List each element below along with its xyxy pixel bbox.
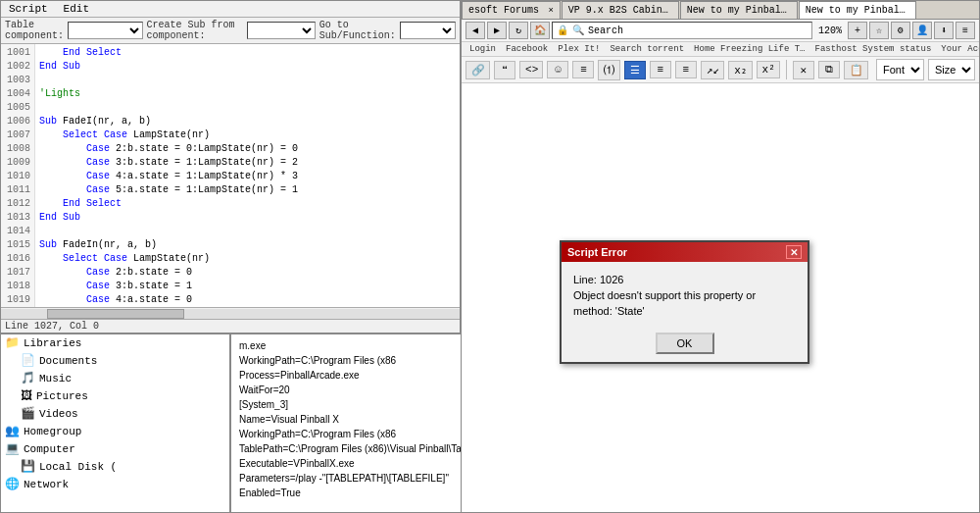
table-label: Table component:	[5, 20, 64, 41]
rte-quote-btn[interactable]: ❝	[494, 61, 515, 79]
code-line-1001: End Select	[39, 46, 456, 60]
reload-button[interactable]: ↻	[509, 22, 528, 39]
menu-button[interactable]: ≡	[956, 22, 975, 39]
rte-link-btn[interactable]: 🔗	[466, 61, 490, 79]
bookmark-item[interactable]: Login	[466, 43, 500, 55]
download-button[interactable]: ⬇	[934, 22, 954, 39]
browser-nav: ◀ ▶ ↻ 🏠 🔒 🔍 Search 120% + ☆ ⚙ 👤 ⬇ ≡	[462, 20, 979, 42]
tree-icon: 📁	[5, 335, 20, 351]
rte-paste-btn[interactable]: 📋	[844, 61, 868, 79]
tree-item[interactable]: 🌐Network	[1, 476, 229, 493]
code-line-1013: End Sub	[39, 211, 456, 225]
bookmark-item[interactable]: Search torrent	[606, 43, 688, 55]
code-line-1008: Case 2:b.state = 0:LampState(nr) = 0	[39, 142, 456, 156]
rte-emoji-btn[interactable]: ☺	[547, 61, 568, 78]
rte-subscript-btn[interactable]: x₂	[728, 61, 752, 79]
size-select[interactable]: Size	[928, 59, 975, 80]
browser-tab[interactable]: esoft Forums ×	[462, 1, 561, 19]
zoom-in-button[interactable]: +	[848, 22, 867, 39]
rte-align-right-btn[interactable]: ≡	[675, 61, 697, 78]
code-line-1012: End Select	[39, 197, 456, 211]
code-line-1019: Case 4:a.state = 0	[39, 293, 456, 307]
code-line-1017: Case 2:b.state = 0	[39, 266, 456, 280]
tree-icon: 💾	[21, 459, 35, 475]
tree-icon: 💻	[5, 441, 20, 457]
tree-icon: 👥	[5, 424, 20, 439]
tree-label: Libraries	[24, 335, 81, 351]
tree-item[interactable]: 📄Documents	[1, 352, 229, 370]
dialog-close-button[interactable]: ✕	[786, 245, 802, 259]
tree-label: Videos	[39, 406, 78, 422]
script-error-dialog: Script Error ✕ Line: 1026 Object doesn't…	[560, 240, 809, 364]
rte-list-ordered-btn[interactable]: ⑴	[598, 60, 619, 80]
bookmark-button[interactable]: ⚙	[891, 22, 910, 39]
bookmark-item[interactable]: Your Account In…	[937, 43, 979, 55]
rte-superscript-btn[interactable]: x²	[757, 61, 780, 78]
rte-align-center-btn[interactable]: ≡	[650, 61, 671, 78]
font-select[interactable]: Font	[876, 59, 924, 80]
tree-label: Local Disk (	[39, 459, 117, 475]
rte-align-left-btn[interactable]: ☰	[624, 61, 646, 79]
tree-label: Music	[39, 371, 72, 386]
back-button[interactable]: ◀	[466, 22, 485, 39]
user-button[interactable]: 👤	[912, 22, 932, 39]
browser-tabs: esoft Forums ×VP 9.x B2S Cabinet Tables …	[462, 1, 979, 20]
tree-item[interactable]: 🎵Music	[1, 370, 229, 387]
code-line-1011: Case 5:a.state = 1:LampState(nr) = 1	[39, 183, 456, 197]
code-line-1016: Select Case LampState(nr)	[39, 252, 456, 266]
tree-label: Homegroup	[24, 424, 81, 439]
dialog-error-text: Object doesn't support this property or …	[573, 287, 796, 319]
tab-close-button[interactable]: ×	[543, 6, 554, 16]
forward-button[interactable]: ▶	[487, 22, 507, 39]
tree-label: Network	[24, 477, 69, 492]
table-component-select[interactable]	[68, 22, 142, 39]
scrollbar-horizontal[interactable]	[1, 307, 460, 319]
editor-toolbar: Table component: Create Sub from compone…	[1, 18, 460, 44]
dialog-ok-button[interactable]: OK	[656, 333, 714, 354]
rte-remove-btn[interactable]: ✕	[793, 61, 814, 79]
tree-item[interactable]: 💾Local Disk (	[1, 458, 229, 476]
bookmark-item[interactable]: Facebook	[502, 43, 552, 55]
tree-item[interactable]: 💻Computer	[1, 440, 229, 458]
code-lines[interactable]: End SelectEnd Sub'LightsSub FadeI(nr, a,…	[35, 44, 460, 307]
rte-toolbar: 🔗 ❝ <> ☺ ≡ ⑴ ☰ ≡ ≡ ↗↙ x₂ x² ✕ ⧉ 📋 Font S…	[462, 57, 979, 83]
scrollbar-track[interactable]	[1, 309, 460, 319]
bookmark-item[interactable]: Fasthost System status	[811, 43, 936, 55]
file-tree: 📁Libraries📄Documents🎵Music🖼Pictures🎬Vide…	[0, 333, 230, 513]
create-sub-select[interactable]	[247, 22, 316, 39]
code-editor: Script Edit Table component: Create Sub …	[0, 0, 461, 333]
home-button[interactable]: 🏠	[530, 22, 550, 39]
bookmark-item[interactable]: Plex It!	[554, 43, 604, 55]
tree-label: Computer	[24, 441, 75, 457]
bookmark-item[interactable]: Home Freezing Life T…	[690, 43, 808, 55]
code-line-1004: 'Lights	[39, 87, 456, 101]
tree-label: Documents	[39, 353, 97, 369]
browser-tab[interactable]: New to my Pinball Cab -… ×	[799, 1, 916, 19]
tree-icon: 📄	[21, 353, 35, 369]
code-line-1015: Sub FadeIn(nr, a, b)	[39, 238, 456, 252]
code-line-1003	[39, 74, 456, 87]
browser-tab[interactable]: VP 9.x B2S Cabinet Tables (… ×	[562, 1, 679, 19]
tree-item[interactable]: 🎬Videos	[1, 405, 229, 423]
tree-item[interactable]: 👥Homegroup	[1, 423, 229, 440]
rte-list-unordered-btn[interactable]: ≡	[572, 61, 594, 78]
rte-separator-1	[786, 60, 787, 79]
tree-item[interactable]: 📁Libraries	[1, 334, 229, 352]
browser-panel: esoft Forums ×VP 9.x B2S Cabinet Tables …	[461, 0, 980, 513]
menu-edit[interactable]: Edit	[60, 2, 93, 16]
tree-item[interactable]: 🖼Pictures	[1, 387, 229, 405]
create-label: Create Sub from component:	[147, 20, 243, 41]
rte-copy-btn[interactable]: ⧉	[818, 61, 840, 78]
scrollbar-thumb[interactable]	[47, 309, 184, 319]
rte-expand-btn[interactable]: ↗↙	[701, 61, 724, 79]
dialog-overlay: Script Error ✕ Line: 1026 Object doesn't…	[462, 83, 979, 512]
goto-select[interactable]	[400, 22, 456, 39]
zoom-level: 120%	[814, 26, 846, 36]
browser-tab[interactable]: New to my Pinball Cab - in… ×	[680, 1, 798, 19]
dialog-title-bar: Script Error ✕	[562, 242, 808, 262]
dialog-line: Line: 1026	[573, 272, 796, 287]
menu-script[interactable]: Script	[5, 2, 52, 16]
code-content: 1001100210031004100510061007100810091010…	[1, 44, 460, 307]
rte-code-btn[interactable]: <>	[519, 61, 543, 78]
settings-button[interactable]: ☆	[869, 22, 889, 39]
